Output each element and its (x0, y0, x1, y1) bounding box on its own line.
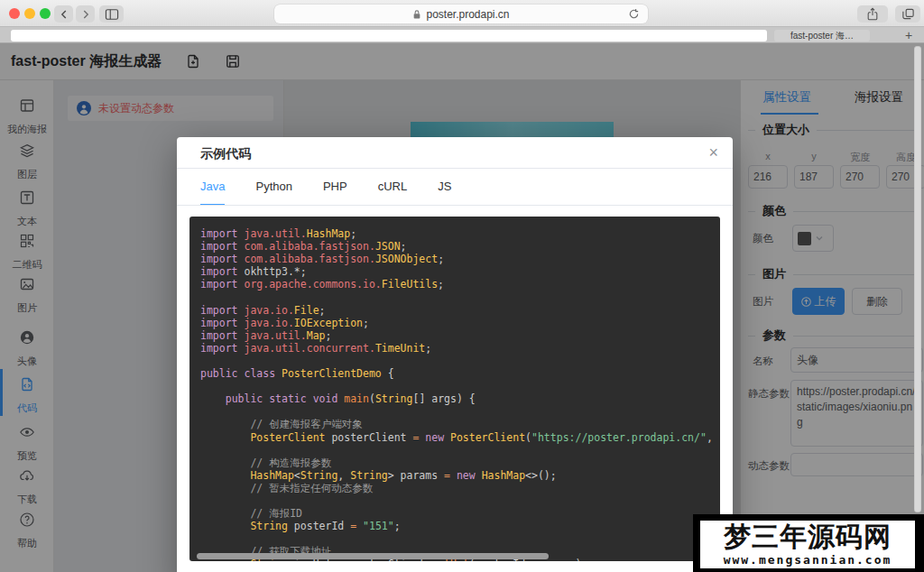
lock-icon (412, 9, 421, 20)
code-line: // 创建海报客户端对象 (200, 418, 720, 430)
url-text: poster.prodapi.cn (426, 8, 509, 21)
code-line: public class PosterClientDemo { (200, 367, 720, 380)
share-icon (866, 7, 879, 22)
code-line (200, 355, 720, 367)
tabs-overview-icon (901, 7, 915, 21)
code-line: PosterClient posterClient = new PosterCl… (200, 431, 720, 444)
code-line: HashMap<String, String> params = new Has… (200, 469, 720, 482)
code-line: import java.util.concurrent.TimeUnit; (200, 342, 720, 355)
code-line: // 构造海报参数 (200, 457, 720, 469)
watermark-inner: 梦三年源码网 www.mengsannian.com (700, 521, 915, 568)
new-tab-button[interactable]: + (901, 27, 917, 42)
minimize-window-button[interactable] (24, 8, 35, 19)
code-line: import java.io.File; (200, 304, 720, 317)
code-line: import com.alibaba.fastjson.JSON; (200, 240, 720, 253)
code-tab-java[interactable]: Java (200, 168, 225, 206)
sidebar-toggle-button[interactable] (99, 5, 124, 23)
code-line (200, 444, 720, 457)
code-line: import java.util.HashMap; (200, 227, 720, 240)
code-line: import org.apache.commons.io.FileUtils; (200, 278, 720, 291)
modal-title: 示例代码 (200, 146, 251, 162)
code-line: import okhttp3.*; (200, 265, 720, 278)
code-tab-js[interactable]: JS (438, 168, 451, 206)
address-bar[interactable]: poster.prodapi.cn (274, 5, 648, 23)
code-block[interactable]: import java.util.HashMap;import com.alib… (189, 217, 720, 561)
vertical-scrollbar-thumb[interactable] (914, 46, 921, 512)
code-tab-php[interactable]: PHP (323, 168, 347, 206)
code-line (200, 532, 720, 545)
background-tab[interactable]: fast-poster 海… (774, 30, 870, 42)
chevron-left-icon (58, 8, 70, 21)
close-window-button[interactable] (9, 8, 20, 19)
code-line: import com.alibaba.fastjson.JSONObject; (200, 253, 720, 265)
code-line (200, 494, 720, 507)
browser-tab-bar: fast-poster 海… + (0, 27, 924, 43)
screen: poster.prodapi.cn fast-poster 海… + fast-… (0, 0, 924, 572)
code-line: import java.util.Map; (200, 329, 720, 342)
zoom-window-button[interactable] (40, 8, 51, 19)
reload-icon[interactable] (628, 8, 640, 20)
forward-button[interactable] (76, 5, 95, 23)
watermark-title: 梦三年源码网 (700, 521, 915, 553)
code-tab-curl[interactable]: cURL (378, 168, 408, 206)
code-line: import java.io.IOException; (200, 317, 720, 329)
tab-overview-button[interactable] (895, 5, 920, 23)
code-tab-python[interactable]: Python (255, 168, 291, 206)
back-button[interactable] (54, 5, 73, 23)
code-line (200, 291, 720, 303)
share-button[interactable] (857, 5, 888, 23)
browser-toolbar: poster.prodapi.cn (0, 0, 924, 27)
code-line: // 暂未指定任何动态参数 (200, 482, 720, 494)
watermark-url: www.mengsannian.com (700, 553, 915, 567)
code-language-tabs: JavaPythonPHPcURLJS (200, 168, 451, 206)
chevron-right-icon (79, 8, 92, 21)
horizontal-scrollbar-thumb[interactable] (197, 553, 549, 559)
sidebar-icon (105, 8, 119, 21)
tab-title: fast-poster 海… (790, 30, 854, 42)
code-tabs-divider (177, 205, 733, 206)
code-line (200, 380, 720, 392)
example-code-modal: 示例代码 × JavaPythonPHPcURLJS import java.u… (177, 137, 733, 572)
watermark: 梦三年源码网 www.mengsannian.com (693, 514, 924, 572)
code-line: String posterId = "151"; (200, 520, 720, 532)
code-line (200, 405, 720, 418)
code-line: public static void main(String[] args) { (200, 392, 720, 405)
active-tab[interactable] (11, 30, 767, 42)
code-line: // 海报ID (200, 507, 720, 520)
close-icon[interactable]: × (708, 143, 718, 161)
